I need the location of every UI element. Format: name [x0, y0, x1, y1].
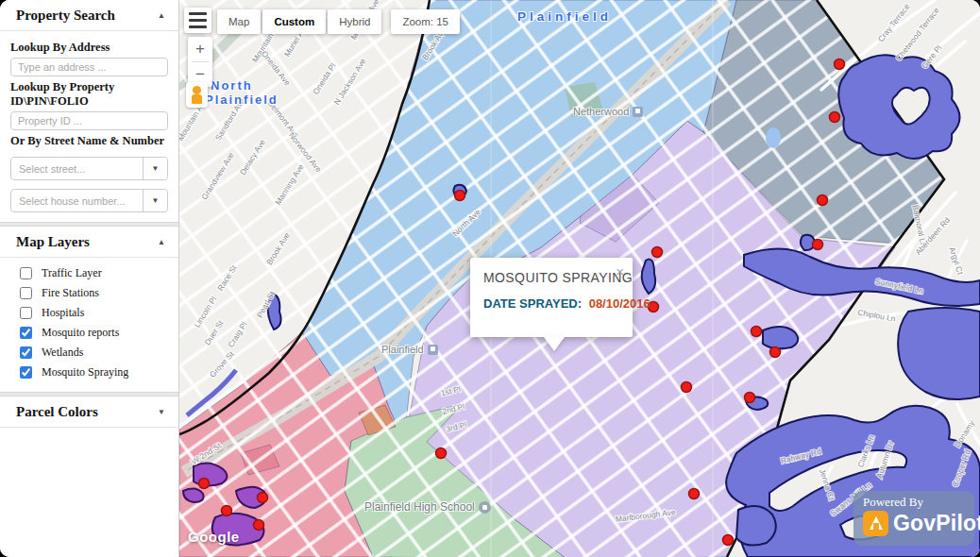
collapse-up-icon[interactable]: ▲: [158, 11, 165, 20]
popup-title: MOSQUITO SPRAYING: [483, 270, 619, 285]
chevron-down-icon[interactable]: ▼: [143, 190, 167, 211]
layer-row-hospitals[interactable]: Hospitals: [0, 303, 178, 323]
mosquito-spraying-popup: × MOSQUITO SPRAYING DATE SPRAYED: 08/10/…: [470, 258, 633, 337]
mosquito-reports-checkbox[interactable]: [20, 327, 32, 339]
school-label: Plainfield High School: [364, 500, 491, 514]
mosquito-report-marker[interactable]: [830, 112, 840, 123]
city-label-north-plainfield: North Plainfield: [211, 78, 279, 107]
pegman-streetview-control[interactable]: [186, 82, 208, 108]
mosquito-report-marker[interactable]: [835, 59, 845, 70]
mosquito-report-marker[interactable]: [258, 493, 268, 503]
govpilot-wordmark: GovPilot™: [893, 511, 980, 536]
mosquito-report-marker[interactable]: [652, 247, 663, 258]
mosquito-spraying-checkbox[interactable]: [20, 366, 32, 379]
google-logo: Google: [188, 529, 240, 545]
popup-tail: [544, 337, 565, 351]
map-type-controls: Map Custom Hybrid Zoom: 15: [217, 9, 460, 34]
house-select-placeholder: Select house number...: [11, 190, 143, 211]
map-layers-title: Map Layers: [16, 234, 90, 250]
map-type-hybrid-button[interactable]: Hybrid: [328, 9, 381, 34]
mosquito-report-marker[interactable]: [752, 327, 762, 337]
property-search-body: Lookup By Address Lookup By Property ID\…: [0, 31, 178, 222]
wetland-blob[interactable]: [763, 327, 798, 348]
station-label-plainfield: Plainfield: [381, 344, 438, 355]
mosquito-report-marker[interactable]: [436, 448, 447, 459]
mosquito-report-marker[interactable]: [689, 489, 700, 499]
train-station-icon: [428, 345, 438, 355]
station-label-netherwood: Netherwood: [573, 106, 643, 117]
wetland-blob[interactable]: [736, 506, 776, 546]
house-number-select[interactable]: Select house number... ▼: [10, 189, 168, 212]
parcel-colors-title: Parcel Colors: [16, 404, 98, 420]
popup-date-row: DATE SPRAYED: 08/10/2016: [483, 296, 619, 311]
city-label-plainfield: Plainfield: [517, 9, 612, 24]
mosquito-report-marker[interactable]: [455, 191, 465, 201]
layer-row-traffic[interactable]: Traffic Layer: [0, 263, 178, 283]
street-select[interactable]: Select street... ▼: [10, 157, 168, 180]
map-type-map-button[interactable]: Map: [217, 9, 261, 34]
mosquito-report-marker[interactable]: [254, 520, 264, 531]
govpilot-badge: Powered By GovPilot™: [853, 491, 974, 546]
powered-by-label: Powered By: [863, 495, 967, 510]
mosquito-report-marker[interactable]: [199, 479, 210, 489]
parcel-colors-header[interactable]: Parcel Colors ▼: [0, 397, 178, 428]
school-icon: [479, 501, 491, 514]
date-sprayed-value: 08/10/2016: [589, 296, 651, 311]
wetland-blob[interactable]: [183, 489, 204, 502]
address-input[interactable]: [10, 58, 168, 76]
collapse-down-icon[interactable]: ▼: [158, 408, 165, 416]
address-label: Lookup By Address: [10, 41, 168, 55]
layer-row-fire[interactable]: Fire Stations: [0, 283, 178, 303]
pond: [766, 127, 781, 148]
property-id-label: Lookup By Property ID\PIN\FOLIO: [10, 80, 168, 109]
layer-row-mosquito-reports[interactable]: Mosquito reports: [0, 323, 178, 343]
layer-row-mosquito-spraying[interactable]: Mosquito Spraying: [0, 363, 178, 382]
property-id-input[interactable]: [10, 111, 168, 130]
map-viewport[interactable]: Mountain AveMuriel AveOneida AveOneida P…: [179, 0, 980, 557]
map-layers-header[interactable]: Map Layers ▲: [0, 227, 178, 258]
train-station-icon: [633, 107, 643, 117]
mosquito-report-marker[interactable]: [813, 240, 823, 250]
menu-button[interactable]: [184, 8, 211, 33]
zoom-level-indicator: Zoom: 15: [391, 9, 460, 34]
mosquito-report-marker[interactable]: [682, 382, 692, 393]
fire-stations-checkbox[interactable]: [20, 287, 32, 299]
map-type-custom-button[interactable]: Custom: [262, 9, 326, 34]
traffic-layer-checkbox[interactable]: [20, 267, 32, 279]
close-icon[interactable]: ×: [616, 264, 624, 278]
layer-row-wetlands[interactable]: Wetlands: [0, 343, 178, 363]
mosquito-report-marker[interactable]: [818, 195, 828, 206]
zoom-in-button[interactable]: +: [188, 37, 212, 61]
govpilot-logo-icon: [863, 511, 888, 536]
map-layers-body: Traffic Layer Fire Stations Hospitals Mo…: [0, 258, 178, 392]
date-sprayed-label: DATE SPRAYED:: [483, 296, 582, 311]
govpilot-map-app: Property Search ▲ Lookup By Address Look…: [0, 0, 980, 557]
sidebar: Property Search ▲ Lookup By Address Look…: [0, 0, 179, 557]
mosquito-report-marker[interactable]: [745, 393, 755, 403]
zoom-control: + −: [188, 37, 212, 87]
property-search-title: Property Search: [16, 8, 115, 24]
mosquito-report-marker[interactable]: [222, 506, 232, 516]
street-select-placeholder: Select street...: [11, 158, 143, 179]
wetlands-checkbox[interactable]: [20, 346, 32, 359]
property-search-header[interactable]: Property Search ▲: [0, 0, 178, 31]
street-number-label: Or By Street Name & Number: [10, 134, 168, 148]
hospitals-checkbox[interactable]: [20, 307, 32, 319]
mosquito-report-marker[interactable]: [723, 535, 734, 546]
chevron-down-icon[interactable]: ▼: [143, 158, 167, 179]
mosquito-report-marker[interactable]: [770, 347, 781, 358]
collapse-up-icon[interactable]: ▲: [158, 238, 165, 246]
